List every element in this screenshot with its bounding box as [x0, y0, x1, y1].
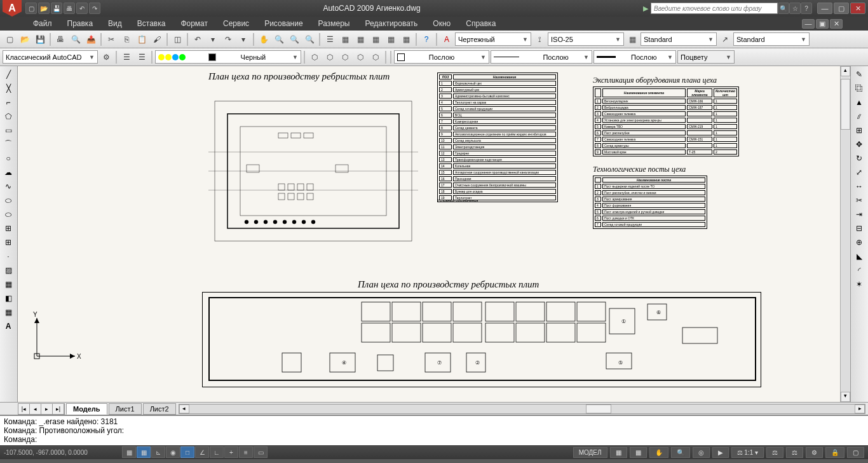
- ws-switch-icon[interactable]: ⚙: [806, 447, 823, 458]
- quickview-layouts-icon[interactable]: ▦: [610, 447, 627, 458]
- chamfer-icon[interactable]: ◣: [852, 249, 866, 263]
- snap-toggle[interactable]: ▦: [122, 446, 136, 458]
- arc-icon[interactable]: ⌒: [1, 137, 15, 151]
- zoom-window-icon[interactable]: 🔍: [302, 32, 316, 46]
- doc-minimize-button[interactable]: —: [802, 19, 815, 29]
- scale-icon[interactable]: ⤢: [852, 165, 866, 179]
- move-icon[interactable]: ✥: [852, 137, 866, 151]
- layer-dropdown[interactable]: Черный▼: [155, 50, 301, 64]
- fillet-icon[interactable]: ◜: [852, 263, 866, 277]
- menu-edit[interactable]: Правка: [60, 17, 101, 31]
- grid-toggle[interactable]: ▦: [137, 446, 151, 458]
- pan-status-icon[interactable]: ✋: [649, 447, 668, 458]
- circle-icon[interactable]: ○: [1, 151, 15, 165]
- erase-icon[interactable]: ✎: [852, 67, 866, 81]
- hatch-icon[interactable]: ▨: [1, 263, 15, 277]
- spline-icon[interactable]: ∿: [1, 179, 15, 193]
- polygon-icon[interactable]: ⬠: [1, 109, 15, 123]
- properties-icon[interactable]: ☰: [323, 32, 337, 46]
- dyn-toggle[interactable]: +: [224, 446, 238, 458]
- layer-manager-icon[interactable]: ☰: [119, 50, 133, 64]
- undo-icon[interactable]: ↶: [191, 32, 205, 46]
- lwt-toggle[interactable]: ≡: [239, 446, 253, 458]
- doc-close-button[interactable]: ✕: [830, 19, 843, 29]
- layer-states-icon[interactable]: ☰: [135, 50, 149, 64]
- quickview-drawings-icon[interactable]: ▦: [630, 447, 647, 458]
- color-dropdown[interactable]: Послою▼: [394, 50, 489, 64]
- menu-insert[interactable]: Вставка: [130, 17, 173, 31]
- save-icon[interactable]: 💾: [33, 32, 47, 46]
- array-icon[interactable]: ⊞: [852, 123, 866, 137]
- layer-off-icon[interactable]: ⬡: [308, 50, 322, 64]
- lineweight-dropdown[interactable]: Послою▼: [593, 50, 676, 64]
- textstyle-icon[interactable]: A: [440, 32, 454, 46]
- mleaderstyle-icon[interactable]: ↗: [718, 32, 732, 46]
- trim-icon[interactable]: ✂: [852, 193, 866, 207]
- offset-icon[interactable]: ⫽: [852, 109, 866, 123]
- menu-file[interactable]: Файл: [25, 17, 60, 31]
- break-icon[interactable]: ⊟: [852, 221, 866, 235]
- menu-format[interactable]: Формат: [173, 17, 215, 31]
- plot-icon[interactable]: 🖶: [53, 32, 67, 46]
- ellipse-icon[interactable]: ⬭: [1, 193, 15, 207]
- tab-model[interactable]: Модель: [66, 403, 107, 415]
- redo-dd-icon[interactable]: ▾: [236, 32, 250, 46]
- paste-icon[interactable]: 📋: [135, 32, 149, 46]
- qat-save-icon[interactable]: 💾: [51, 3, 62, 14]
- plotstyle-dropdown[interactable]: Поцвету▼: [677, 50, 735, 64]
- minimize-button[interactable]: —: [817, 3, 832, 14]
- block-make-icon[interactable]: ⊞: [1, 235, 15, 249]
- join-icon[interactable]: ⊕: [852, 235, 866, 249]
- plot-preview-icon[interactable]: 🔍: [69, 32, 83, 46]
- xline-icon[interactable]: ╳: [1, 81, 15, 95]
- region-icon[interactable]: ◧: [1, 291, 15, 305]
- modelspace-button[interactable]: МОДЕЛ: [573, 447, 607, 458]
- dimstyle-icon[interactable]: ⟟: [532, 32, 546, 46]
- drawing-canvas[interactable]: План цеха по производству ребристых плит: [18, 66, 850, 402]
- search-go-icon[interactable]: 🔍: [778, 3, 789, 14]
- steering-wheel-icon[interactable]: ◎: [693, 447, 710, 458]
- help-icon2[interactable]: ?: [419, 32, 433, 46]
- zoom-status-icon[interactable]: 🔍: [671, 447, 690, 458]
- tab-prev-icon[interactable]: ◂: [30, 404, 41, 414]
- designcenter-icon[interactable]: ▦: [338, 32, 352, 46]
- help-search-input[interactable]: [651, 3, 778, 14]
- close-button[interactable]: ✕: [850, 3, 865, 14]
- point-icon[interactable]: ·: [1, 249, 15, 263]
- rectangle-icon[interactable]: ▭: [1, 123, 15, 137]
- nav-arrow-icon[interactable]: ▶: [643, 4, 648, 13]
- new-icon[interactable]: ▢: [3, 32, 17, 46]
- menu-draw[interactable]: Рисование: [257, 17, 310, 31]
- osnap-toggle[interactable]: □: [180, 446, 194, 458]
- annoscale-button[interactable]: ⚖ 1:1 ▾: [731, 447, 764, 458]
- tab-sheet-1[interactable]: Лист1: [109, 403, 142, 415]
- menu-tools[interactable]: Сервис: [215, 17, 257, 31]
- doc-restore-button[interactable]: ▣: [816, 19, 829, 29]
- copy-icon[interactable]: ⎘: [119, 32, 133, 46]
- revcloud-icon[interactable]: ☁: [1, 165, 15, 179]
- markup-icon[interactable]: ▦: [384, 32, 398, 46]
- polar-toggle[interactable]: ◉: [166, 446, 180, 458]
- line-icon[interactable]: ╱: [1, 67, 15, 81]
- ellipsearc-icon[interactable]: ⬭: [1, 207, 15, 221]
- toolbar-lock-icon[interactable]: 🔒: [825, 447, 844, 458]
- workspace-settings-icon[interactable]: ⚙: [99, 50, 113, 64]
- mleaderstyle-dropdown[interactable]: Standard▼: [733, 32, 810, 46]
- showmotion-icon[interactable]: ▶: [712, 447, 729, 458]
- maximize-button[interactable]: ▢: [834, 3, 849, 14]
- open-icon[interactable]: 📂: [18, 32, 32, 46]
- help-icon[interactable]: ?: [801, 3, 812, 14]
- layer-lock-icon[interactable]: ⬡: [353, 50, 367, 64]
- clean-screen-icon[interactable]: ▢: [847, 447, 864, 458]
- qat-print-icon[interactable]: 🖶: [64, 3, 75, 14]
- menu-help[interactable]: Справка: [458, 17, 503, 31]
- tab-next-icon[interactable]: ▸: [41, 404, 53, 414]
- undo-dd-icon[interactable]: ▾: [206, 32, 220, 46]
- app-logo[interactable]: A: [3, 0, 22, 17]
- layer-prev-icon[interactable]: ⬡: [369, 50, 383, 64]
- quickcalc-icon[interactable]: ▦: [399, 32, 413, 46]
- gradient-icon[interactable]: ▦: [1, 277, 15, 291]
- tab-first-icon[interactable]: |◂: [18, 404, 30, 414]
- explode-icon[interactable]: ✶: [852, 277, 866, 291]
- canvas-vscrollbar[interactable]: ▴ ▾: [840, 66, 850, 402]
